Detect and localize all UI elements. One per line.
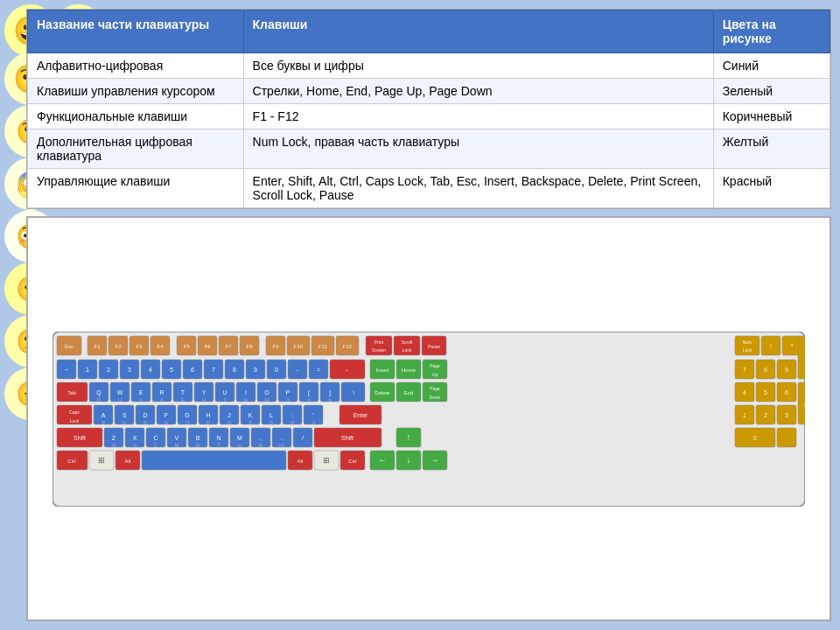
svg-text:S: S — [122, 412, 127, 418]
svg-text:Lock: Lock — [70, 418, 80, 424]
svg-text:9: 9 — [785, 367, 788, 373]
svg-text:[: [ — [308, 389, 310, 396]
svg-text:F6: F6 — [204, 344, 211, 349]
cell-color: Синий — [713, 53, 830, 79]
svg-text:Shift: Shift — [74, 435, 86, 441]
table-row: Функциональные клавиши F1 - F12 Коричнев… — [28, 104, 830, 130]
svg-text:/: / — [770, 343, 772, 349]
svg-text:Е: Е — [181, 397, 185, 402]
table-row: Дополнительная цифровая клавиатура Num L… — [28, 130, 830, 169]
table-row: Алфавитно-цифровая Все буквы и цифры Син… — [28, 53, 830, 79]
svg-text:Б: Б — [259, 443, 262, 448]
svg-text:N: N — [216, 435, 220, 441]
svg-text:Home: Home — [402, 368, 416, 373]
svg-text:C: C — [153, 435, 158, 441]
svg-text:5: 5 — [170, 367, 173, 373]
svg-text:А: А — [164, 420, 168, 425]
svg-text:Ц: Ц — [118, 397, 122, 402]
svg-text:D: D — [143, 412, 147, 418]
svg-text:': ' — [312, 412, 313, 418]
svg-text:И: И — [196, 443, 200, 448]
svg-text:4: 4 — [149, 367, 152, 373]
svg-text:J: J — [228, 412, 231, 418]
table-row: Клавиши управления курсором Стрелки, Hom… — [28, 79, 830, 104]
table-row: Управляющие клавиши Enter, Shift, Alt, C… — [28, 169, 830, 208]
svg-text:Х: Х — [307, 397, 311, 402]
svg-text:Й: Й — [97, 397, 101, 402]
svg-text:;: ; — [291, 412, 293, 418]
svg-text:⊞: ⊞ — [98, 456, 105, 465]
svg-text:Ч: Ч — [133, 443, 136, 448]
cell-color: Красный — [713, 169, 830, 208]
cell-color: Желтый — [713, 130, 830, 169]
cell-part: Алфавитно-цифровая — [28, 53, 244, 79]
svg-text:Alt: Alt — [297, 458, 303, 464]
cell-part: Клавиши управления курсором — [28, 79, 244, 104]
svg-text:I: I — [245, 389, 247, 396]
svg-text:B: B — [196, 435, 200, 441]
svg-text:A: A — [102, 412, 106, 418]
svg-text:Л: Л — [248, 420, 252, 425]
svg-text:2: 2 — [764, 412, 767, 418]
svg-text:Page: Page — [430, 386, 440, 391]
svg-text:F7: F7 — [225, 344, 232, 349]
svg-rect-229 — [142, 451, 286, 470]
svg-text:~: ~ — [65, 367, 68, 373]
svg-text:V: V — [175, 435, 179, 441]
svg-text:F2: F2 — [115, 344, 122, 349]
cell-part: Дополнительная цифровая клавиатура — [28, 130, 244, 169]
svg-text:1: 1 — [86, 367, 89, 373]
svg-text:R: R — [159, 389, 164, 396]
svg-text:4: 4 — [743, 389, 746, 396]
svg-text:Alt: Alt — [124, 458, 130, 464]
svg-text:G: G — [185, 412, 189, 418]
svg-text:H: H — [206, 412, 210, 418]
table-header-row: Название части клавиатуры Клавиши Цвета … — [28, 10, 830, 53]
svg-text:Ж: Ж — [290, 420, 295, 425]
svg-text:↓: ↓ — [407, 455, 411, 465]
svg-text:У: У — [139, 397, 143, 402]
svg-text:Н: Н — [202, 397, 206, 402]
svg-text:Р: Р — [206, 420, 210, 425]
svg-text:6: 6 — [785, 389, 788, 396]
svg-text:0: 0 — [275, 367, 278, 373]
svg-text:]: ] — [329, 389, 331, 396]
svg-text:F12: F12 — [343, 344, 353, 349]
svg-text:F11: F11 — [318, 344, 328, 349]
cell-part: Управляющие клавиши — [28, 169, 244, 208]
svg-text:9: 9 — [254, 367, 257, 373]
svg-text:Ь: Ь — [238, 443, 242, 448]
keyboard-parts-table: Название части клавиатуры Клавиши Цвета … — [26, 9, 831, 209]
svg-text:F3: F3 — [136, 344, 143, 349]
svg-text:5: 5 — [764, 389, 767, 396]
col-header-color: Цвета на рисунке — [713, 10, 830, 53]
svg-text:8: 8 — [764, 367, 767, 373]
svg-text:Ъ: Ъ — [328, 397, 332, 402]
svg-text:Caps: Caps — [69, 410, 80, 415]
svg-text:Enter: Enter — [354, 412, 368, 418]
svg-text:П: П — [186, 420, 189, 425]
svg-text:E: E — [139, 389, 144, 396]
svg-text:F: F — [164, 412, 168, 418]
svg-text:В: В — [144, 420, 147, 425]
svg-text:Down: Down — [430, 395, 441, 400]
svg-text:End: End — [404, 390, 414, 396]
svg-text:Ш: Ш — [243, 397, 248, 402]
svg-text:.: . — [786, 435, 788, 441]
svg-text:Tab: Tab — [67, 390, 76, 396]
svg-text:Я: Я — [112, 443, 116, 448]
svg-text:С: С — [154, 443, 158, 448]
svg-text:З: З — [286, 397, 290, 402]
svg-text:F1: F1 — [94, 344, 101, 349]
svg-text:O: O — [264, 389, 270, 396]
svg-text:8: 8 — [233, 367, 236, 373]
svg-text:Ф: Ф — [102, 420, 106, 425]
svg-text:7: 7 — [212, 367, 215, 373]
cell-keys: Enter, Shift, Alt, Ctrl, Caps Lock, Tab,… — [243, 169, 713, 208]
svg-text:,: , — [260, 435, 262, 441]
keyboard-image-container: Esc F1 F2 F3 F4 F5 F6 F7 F8 F9 — [26, 216, 831, 621]
svg-text:Ctrl: Ctrl — [67, 458, 75, 464]
svg-text:Щ: Щ — [264, 397, 270, 402]
svg-text:Esc: Esc — [65, 344, 74, 349]
svg-text:←: ← — [378, 455, 387, 465]
